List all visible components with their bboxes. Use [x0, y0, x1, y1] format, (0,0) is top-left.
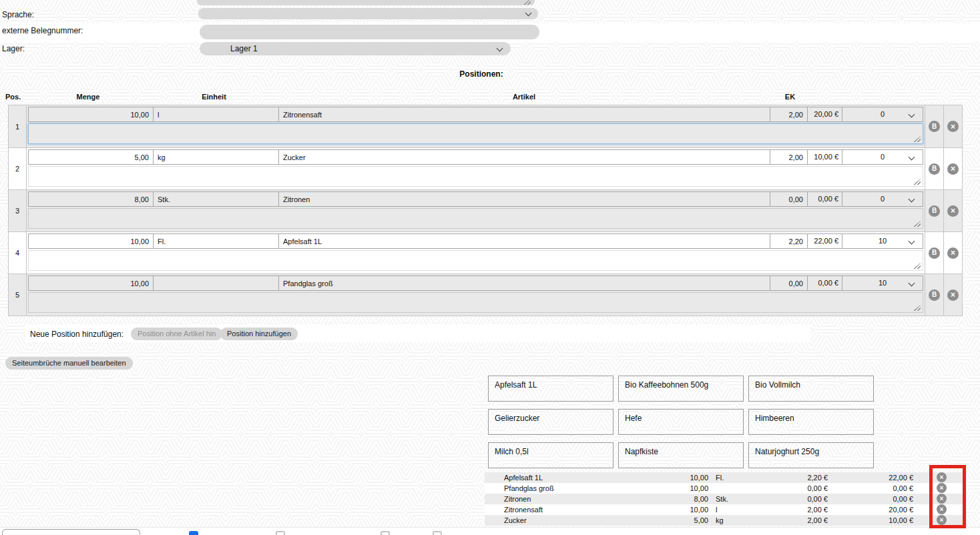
b-button[interactable]: B [929, 247, 940, 259]
unit-input[interactable] [153, 233, 279, 249]
b-button[interactable]: B [929, 290, 940, 301]
description-textarea[interactable] [28, 166, 923, 187]
remove-summary-item-button[interactable]: × [937, 472, 947, 482]
summary-qty: 8,00 [618, 494, 708, 504]
discount-value: 10 [879, 237, 887, 245]
discount-select[interactable]: 0 [842, 191, 923, 207]
position-number: 4 [9, 232, 27, 274]
discount-value: 0 [881, 195, 885, 203]
description-textarea[interactable] [28, 208, 923, 229]
article-input[interactable] [278, 233, 770, 249]
top-textarea[interactable] [197, 0, 535, 5]
add-position-without-article-button[interactable]: Position ohne Artikel hin [131, 328, 222, 340]
delete-position-button[interactable]: × [947, 205, 959, 217]
unit-input[interactable] [153, 107, 279, 122]
positions-table-header: Pos. Menge Einheit Artikel EK [5, 93, 963, 101]
resize-handle[interactable] [913, 221, 921, 227]
external-doc-number-label: externe Belegnummer: [2, 26, 83, 35]
article-tile-kaffeebohnen[interactable]: Bio Kaffeebohnen 500g [618, 376, 744, 402]
article-tile-gelierzucker[interactable]: Gelierzucker [488, 409, 614, 435]
col-header-einheit: Einheit [151, 93, 277, 101]
quantity-input[interactable] [28, 233, 154, 249]
article-input[interactable] [278, 107, 770, 122]
language-select[interactable] [198, 8, 538, 19]
summary-row: Apfelsaft 1L 10,00 Fl. 2,20 € 22,00 € × [485, 472, 963, 483]
article-tile-milch[interactable]: Milch 0,5l [488, 442, 614, 468]
remove-summary-item-button[interactable]: × [937, 515, 947, 525]
delete-position-button[interactable]: × [947, 163, 959, 175]
article-input[interactable] [278, 276, 770, 291]
position-row-3: 3 0,00 € 0 B × [9, 189, 962, 231]
resize-handle[interactable] [913, 305, 921, 311]
summary-price: 2,00 € [745, 504, 828, 515]
discount-select[interactable]: 10 [842, 276, 923, 291]
article-tile-napfkiste[interactable]: Napfkiste [618, 442, 744, 468]
summary-unit: kg [716, 515, 724, 526]
discount-select[interactable]: 0 [842, 107, 923, 122]
col-header-artikel: Artikel [277, 93, 771, 101]
quantity-input[interactable] [28, 276, 154, 291]
article-input[interactable] [278, 149, 770, 165]
add-position-button[interactable]: Position hinzufügen [220, 328, 298, 340]
resize-handle[interactable] [913, 179, 921, 185]
delete-position-button[interactable]: × [947, 247, 959, 259]
delete-position-button[interactable]: × [947, 121, 959, 132]
article-input[interactable] [278, 191, 770, 207]
positions-table: 1 20,00 € 0 B × [8, 105, 963, 316]
remove-summary-item-button[interactable]: × [937, 504, 947, 514]
discount-select[interactable]: 0 [842, 149, 923, 165]
position-number: 5 [9, 274, 27, 316]
unit-input[interactable] [153, 276, 279, 291]
ek-price-input[interactable] [770, 107, 808, 122]
edit-page-breaks-button[interactable]: Seiteumbrüche manuell bearbeiten [5, 357, 133, 370]
footer-checkbox-icon[interactable] [433, 531, 442, 535]
discount-select[interactable]: 10 [842, 233, 923, 249]
footer-input[interactable] [2, 529, 140, 535]
quantity-input[interactable] [28, 107, 154, 122]
b-button[interactable]: B [929, 121, 940, 132]
summary-row: Zitronensaft 10,00 l 2,00 € 20,00 € × [485, 504, 963, 515]
position-row-1: 1 20,00 € 0 B × [9, 105, 962, 147]
article-tile-apfelsaft[interactable]: Apfelsaft 1L [488, 376, 614, 402]
ek-price-input[interactable] [770, 191, 808, 207]
resize-handle[interactable] [913, 136, 921, 142]
article-tile-naturjoghurt[interactable]: Naturjoghurt 250g [748, 442, 874, 468]
quantity-input[interactable] [28, 191, 154, 207]
order-form-page: Sprache: externe Belegnummer: Lager: Lag… [0, 0, 980, 535]
ek-price-input[interactable] [770, 233, 808, 249]
footer-checkbox-icon[interactable] [276, 531, 285, 535]
summary-total: 10,00 € [830, 515, 913, 526]
delete-position-button[interactable]: × [947, 290, 959, 301]
b-button[interactable]: B [929, 205, 940, 217]
position-number: 1 [9, 105, 27, 147]
discount-value: 0 [881, 153, 885, 161]
remove-summary-item-button[interactable]: × [937, 494, 947, 504]
resize-handle[interactable] [913, 263, 921, 269]
external-doc-number-input[interactable] [200, 25, 539, 39]
description-textarea[interactable] [28, 250, 923, 271]
warehouse-select[interactable]: Lager 1 [200, 42, 511, 55]
article-tile-hefe[interactable]: Hefe [618, 409, 744, 435]
position-row-4: 4 22,00 € 10 B × [9, 231, 962, 274]
article-tile-himbeeren[interactable]: Himbeeren [748, 409, 874, 435]
summary-total: 0,00 € [830, 494, 913, 504]
remove-summary-item-button[interactable]: × [937, 483, 947, 493]
language-label: Sprache: [2, 10, 34, 19]
line-total: 10,00 € [807, 149, 842, 165]
ek-price-input[interactable] [770, 149, 808, 165]
description-textarea[interactable] [28, 123, 923, 144]
line-total: 0,00 € [807, 276, 842, 291]
ek-price-input[interactable] [770, 276, 808, 291]
position-number: 2 [9, 148, 27, 189]
b-button[interactable]: B [929, 163, 940, 175]
article-tile-vollmilch[interactable]: Bio Vollmilch [748, 376, 874, 402]
line-total: 0,00 € [807, 191, 842, 207]
unit-input[interactable] [153, 149, 279, 165]
footer-checkbox-icon[interactable] [381, 531, 390, 535]
resize-handle[interactable] [523, 0, 531, 5]
footer-blue-icon[interactable] [189, 531, 198, 535]
summary-row: Pfandglas groß 10,00 0,00 € 0,00 € × [485, 483, 963, 494]
unit-input[interactable] [153, 191, 279, 207]
quantity-input[interactable] [28, 149, 154, 165]
description-textarea[interactable] [28, 292, 923, 313]
